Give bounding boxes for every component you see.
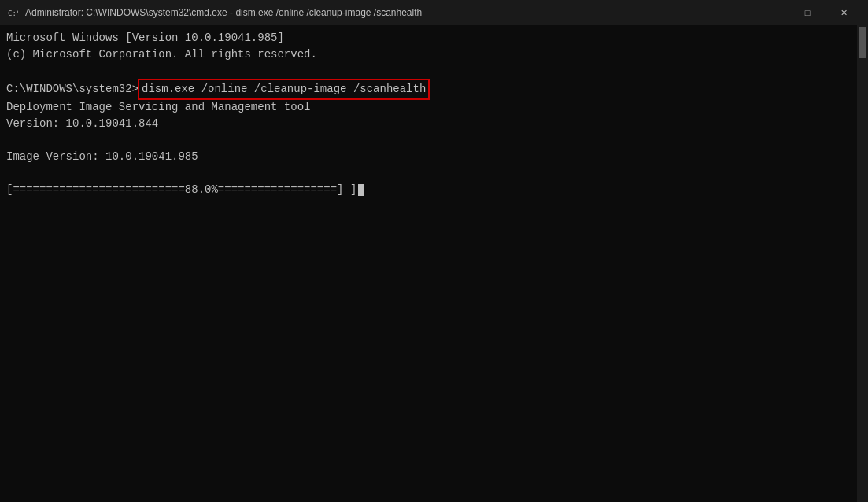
scrollbar-thumb[interactable] (859, 27, 866, 58)
command-text: dism.exe /online /cleanup-image /scanhea… (139, 79, 429, 99)
console-line-5: Version: 10.0.19041.844 (6, 116, 851, 132)
title-bar: C:\ Administrator: C:\WINDOWS\system32\c… (0, 0, 868, 25)
progress-bar-text: [==========================88.0%========… (6, 182, 350, 198)
console-line-blank-2 (6, 132, 851, 149)
cursor (358, 184, 364, 196)
console-prompt-line: C:\WINDOWS\system32>dism.exe /online /cl… (6, 79, 851, 99)
title-bar-left: C:\ Administrator: C:\WINDOWS\system32\c… (6, 6, 422, 19)
prompt-text: C:\WINDOWS\system32> (6, 81, 139, 98)
progress-line: [==========================88.0%========… (6, 182, 851, 198)
console-area: Microsoft Windows [Version 10.0.19041.98… (0, 25, 868, 502)
close-button[interactable]: ✕ (826, 0, 862, 25)
svg-text:C:\: C:\ (8, 9, 18, 17)
window-title: Administrator: C:\WINDOWS\system32\cmd.e… (25, 7, 422, 18)
console-line-2: (c) Microsoft Corporation. All rights re… (6, 46, 851, 63)
console-line-4: Deployment Image Servicing and Managemen… (6, 99, 851, 116)
cmd-icon: C:\ (6, 6, 19, 19)
console-line-7: Image Version: 10.0.19041.985 (6, 149, 851, 165)
cmd-window: C:\ Administrator: C:\WINDOWS\system32\c… (0, 0, 868, 502)
console-line-blank-3 (6, 165, 851, 182)
console-line-1: Microsoft Windows [Version 10.0.19041.98… (6, 30, 851, 46)
scrollbar[interactable] (857, 25, 868, 502)
maximize-button[interactable]: □ (789, 0, 826, 25)
minimize-button[interactable]: ─ (753, 0, 789, 25)
console-line-blank-1 (6, 63, 851, 79)
progress-bracket-close: ] (350, 182, 356, 198)
window-controls: ─ □ ✕ (753, 0, 862, 25)
console-content[interactable]: Microsoft Windows [Version 10.0.19041.98… (0, 25, 857, 502)
